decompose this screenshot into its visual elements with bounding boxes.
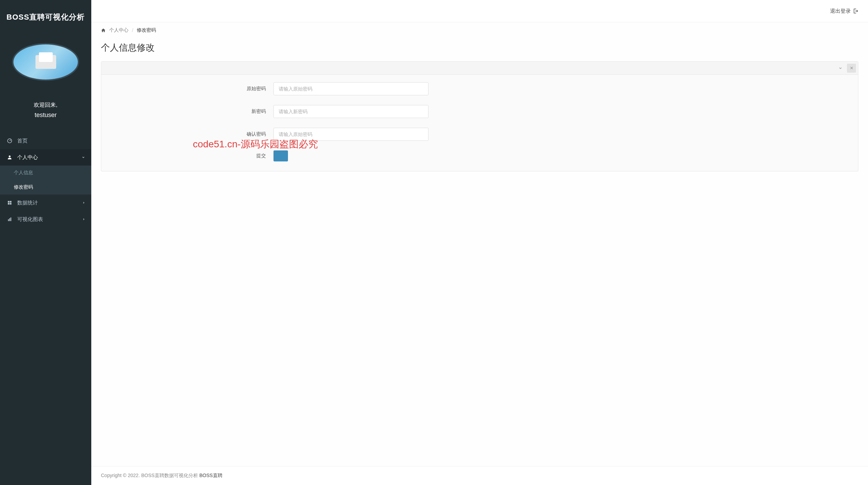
confirm-password-label: 确认密码: [129, 131, 273, 137]
nav-personal-submenu: 个人信息 修改密码: [0, 166, 91, 194]
svg-rect-8: [10, 218, 11, 221]
svg-rect-2: [8, 201, 10, 203]
svg-rect-5: [10, 203, 12, 205]
nav-data-stats[interactable]: 数据统计: [0, 194, 91, 211]
welcome-text: 欢迎回来,: [0, 102, 91, 109]
app-title: BOSS直聘可视化分析: [7, 12, 85, 22]
sidebar: BOSS直聘可视化分析 欢迎回来, testuser 首页 个人中心: [0, 0, 91, 485]
topbar: 退出登录: [91, 0, 868, 22]
breadcrumb: 个人中心 / 修改密码: [91, 22, 868, 38]
submit-label: 提交: [129, 153, 273, 159]
footer-copyright: Copyright © 2022. BOSS直聘数据可视化分析: [101, 473, 199, 478]
nav-personal-info[interactable]: 个人信息: [0, 166, 91, 180]
form-body: 原始密码 新密码 确认密码 提交: [101, 75, 858, 171]
nav-home-label: 首页: [17, 138, 85, 144]
breadcrumb-current: 修改密码: [137, 27, 156, 33]
nav-change-password[interactable]: 修改密码: [0, 180, 91, 194]
username-text: testuser: [0, 112, 91, 119]
nav-data-stats-label: 数据统计: [17, 200, 82, 206]
breadcrumb-parent[interactable]: 个人中心: [109, 27, 128, 33]
footer: Copyright © 2022. BOSS直聘数据可视化分析 BOSS直聘: [91, 466, 868, 485]
form-row-confirm-password: 确认密码: [129, 128, 830, 141]
page-title: 个人信息修改: [101, 42, 858, 54]
grid-icon: [6, 199, 13, 206]
new-password-label: 新密码: [129, 108, 273, 115]
sidebar-nav: 首页 个人中心 个人信息 修改密码 数据统计: [0, 133, 91, 485]
form-row-new-password: 新密码: [129, 105, 830, 118]
chart-icon: [6, 216, 13, 223]
chevron-down-icon: [82, 156, 85, 159]
confirm-password-input[interactable]: [273, 128, 428, 141]
breadcrumb-separator: /: [132, 28, 133, 33]
svg-rect-3: [10, 201, 12, 203]
original-password-input[interactable]: [273, 82, 428, 95]
sidebar-profile: 欢迎回来, testuser: [0, 34, 91, 133]
svg-rect-4: [8, 203, 10, 205]
svg-rect-7: [9, 218, 10, 221]
logout-label: 退出登录: [830, 8, 851, 14]
nav-visual-charts-label: 可视化图表: [17, 216, 82, 223]
panel-close-button[interactable]: [847, 64, 856, 73]
chevron-right-icon: [82, 218, 85, 221]
panel-collapse-button[interactable]: [836, 64, 845, 73]
main-area: 退出登录 个人中心 / 修改密码 个人信息修改: [91, 0, 868, 485]
svg-rect-6: [8, 219, 9, 221]
form-panel: 原始密码 新密码 确认密码 提交: [101, 61, 858, 171]
user-icon: [6, 154, 13, 161]
svg-point-1: [9, 156, 10, 157]
form-row-original-password: 原始密码: [129, 82, 830, 95]
home-icon[interactable]: [101, 28, 106, 33]
sidebar-header: BOSS直聘可视化分析: [0, 0, 91, 34]
nav-visual-charts[interactable]: 可视化图表: [0, 211, 91, 228]
dashboard-icon: [6, 137, 13, 144]
footer-link[interactable]: BOSS直聘: [199, 473, 223, 478]
avatar: [12, 43, 79, 81]
content-wrap: 个人信息修改 原始密码 新密码: [91, 38, 868, 466]
nav-home[interactable]: 首页: [0, 133, 91, 149]
form-submit-row: 提交: [129, 150, 830, 161]
nav-personal-center[interactable]: 个人中心: [0, 149, 91, 166]
submit-button[interactable]: [273, 150, 288, 161]
nav-personal-center-label: 个人中心: [17, 154, 82, 161]
new-password-input[interactable]: [273, 105, 428, 118]
chevron-right-icon: [82, 201, 85, 204]
logout-icon: [853, 8, 858, 14]
original-password-label: 原始密码: [129, 86, 273, 92]
logout-button[interactable]: 退出登录: [830, 8, 858, 14]
panel-header: [101, 62, 858, 75]
